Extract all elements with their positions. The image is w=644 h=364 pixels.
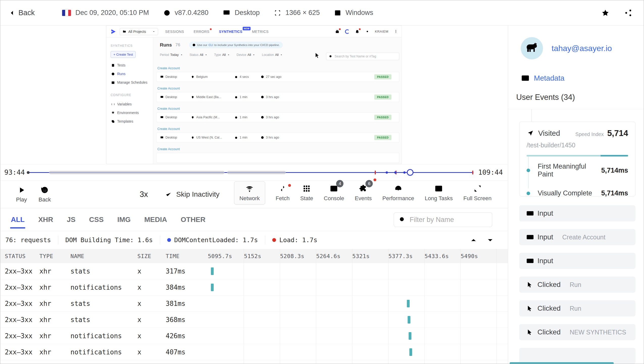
- share-button[interactable]: [624, 9, 633, 17]
- events-count-badge: 6: [365, 180, 373, 187]
- run-row[interactable]: Desktop Belgium 4 secs 27 sec ago PASSED: [156, 72, 399, 82]
- chevron-down-button[interactable]: [486, 236, 494, 244]
- timeline-start-dot: [27, 171, 30, 174]
- back-10s-button[interactable]: 10 Back: [33, 186, 56, 203]
- long-tasks-icon: [434, 184, 443, 193]
- test-name-link[interactable]: Create Account: [157, 147, 180, 151]
- test-name-link[interactable]: Create Account: [157, 86, 180, 90]
- network-request-row[interactable]: 2xx–3xx xhr stats x 381ms: [0, 295, 508, 312]
- network-request-row[interactable]: 2xx–3xx xhr stats x 368ms: [0, 312, 508, 328]
- resource-tab[interactable]: OTHER: [181, 216, 206, 224]
- project-selector[interactable]: All Projects: [120, 28, 158, 35]
- filter-value: All: [275, 53, 279, 57]
- network-request-row[interactable]: 2xx–3xx xhr notifications x 384ms: [0, 279, 508, 295]
- console-panel-button[interactable]: 4 Console: [324, 184, 344, 202]
- user-event-row-partial[interactable]: [519, 348, 635, 364]
- full-screen-button[interactable]: Full Screen: [463, 184, 491, 202]
- kebab-menu-icon[interactable]: [394, 29, 398, 34]
- resource-tab[interactable]: ALL: [11, 216, 24, 224]
- user-email[interactable]: tahay@asayer.io: [552, 44, 612, 53]
- resource-tab[interactable]: CSS: [89, 216, 104, 224]
- resource-tab[interactable]: JS: [67, 216, 76, 224]
- app-sidebar-item[interactable]: Environments: [111, 108, 150, 117]
- event-marker[interactable]: [403, 171, 406, 174]
- sidebar-item-label: Environments: [117, 111, 139, 115]
- user-event-row[interactable]: Input: [519, 253, 635, 269]
- app-nav-item[interactable]: SESSIONS: [165, 30, 184, 34]
- long-tasks-panel-button[interactable]: Long Tasks: [425, 184, 453, 202]
- back-label: Back: [18, 9, 35, 17]
- run-filter-dropdown[interactable]: Period Today: [160, 53, 183, 57]
- cli-link[interactable]: CLI: [209, 43, 213, 47]
- network-request-row[interactable]: 2xx–3xx xhr notifications x 407ms: [0, 344, 508, 360]
- run-filter-dropdown[interactable]: Status All: [190, 53, 208, 57]
- app-sidebar-item[interactable]: Runs: [111, 70, 150, 78]
- run-row[interactable]: Desktop Asia Pacific (M... 1 min 3 hrs a…: [156, 112, 399, 122]
- banner-text: to include your Synthetics into your CI/…: [214, 43, 280, 47]
- settings-gear-icon[interactable]: [365, 29, 370, 34]
- app-nav-item[interactable]: SYNTHETICS NEW: [219, 30, 242, 34]
- user-event-row[interactable]: Clicked NEW SYNTHETICS: [519, 324, 635, 340]
- test-name-link[interactable]: Create Account: [157, 127, 180, 131]
- scroll-indicator[interactable]: [510, 362, 614, 364]
- app-sidebar-item[interactable]: Variables: [111, 100, 150, 108]
- network-summary-bar: 76: requests DOM Building Time: 1.6s DOM…: [0, 231, 508, 249]
- test-name-link[interactable]: Create Account: [157, 107, 180, 110]
- event-marker[interactable]: [394, 171, 397, 174]
- close-panel-button[interactable]: [498, 216, 505, 223]
- waterfall-lane: [208, 295, 507, 311]
- run-filter-dropdown[interactable]: Type All: [214, 53, 230, 57]
- resource-tab[interactable]: IMG: [117, 216, 131, 224]
- app-nav-item[interactable]: METRICS: [252, 30, 269, 34]
- search-icon: [399, 216, 406, 223]
- test-name-link[interactable]: Create Account: [157, 66, 180, 70]
- app-sidebar-item[interactable]: Manage Schedules: [111, 78, 150, 87]
- playhead-handle[interactable]: [407, 169, 413, 176]
- fetch-panel-button[interactable]: Fetch: [276, 184, 290, 202]
- back-button[interactable]: Back: [9, 9, 35, 17]
- performance-panel-button[interactable]: Performance: [382, 184, 414, 202]
- error-marker[interactable]: [472, 171, 473, 174]
- sidebar-section-configure: CONFIGURE: [111, 93, 150, 97]
- browser-icon: [163, 9, 171, 17]
- error-marker[interactable]: [375, 171, 376, 174]
- event-marker[interactable]: [386, 171, 388, 174]
- network-request-row[interactable]: 2xx–3xx xhr notifications x 426ms: [0, 328, 508, 344]
- red-dot: [339, 28, 341, 30]
- user-event-row[interactable]: Input Create Account: [519, 229, 635, 245]
- create-test-button[interactable]: + Create Test: [111, 51, 136, 58]
- network-request-row[interactable]: 2xx–3xx xhr stats x 317ms: [0, 263, 508, 279]
- app-user-menu[interactable]: KRAIEM: [375, 30, 388, 33]
- network-panel-button[interactable]: Network: [234, 181, 265, 204]
- play-button[interactable]: Play: [10, 186, 33, 203]
- announcements-button[interactable]: [335, 29, 340, 34]
- events-panel-button[interactable]: 6 Events: [355, 184, 372, 202]
- pointer-icon: [526, 328, 537, 336]
- run-filter-dropdown[interactable]: Location All: [262, 53, 283, 57]
- chevron-up-button[interactable]: [470, 236, 477, 244]
- resource-tab[interactable]: MEDIA: [144, 216, 167, 224]
- run-row[interactable]: Desktop Middle East (Ba... 1 min 3 hrs a…: [156, 92, 399, 102]
- run-filter-dropdown[interactable]: Device All: [237, 53, 255, 57]
- visited-event-card[interactable]: Visited Speed Index 5,714 /test-builder/…: [519, 122, 635, 196]
- app-sidebar-item[interactable]: Templates: [111, 117, 150, 126]
- app-nav-item[interactable]: ERRORS: [194, 30, 209, 34]
- playback-speed-button[interactable]: 3x: [140, 190, 148, 199]
- user-event-row[interactable]: Input: [519, 205, 635, 221]
- filter-label: Status: [190, 53, 199, 57]
- timeline-track[interactable]: [28, 164, 475, 180]
- run-row[interactable]: Desktop US West (N. Cal... 1 min 3 hrs a…: [156, 132, 399, 143]
- resource-tab[interactable]: XHR: [38, 216, 53, 224]
- state-panel-button[interactable]: State: [300, 184, 313, 202]
- run-row[interactable]: [156, 153, 399, 163]
- favorite-star-button[interactable]: [601, 8, 610, 17]
- request-timing-bar: [407, 300, 410, 307]
- skip-inactivity-toggle[interactable]: Skip Inactivity: [165, 190, 219, 198]
- test-search-input[interactable]: Search by Test Name or #Tag: [326, 53, 399, 60]
- user-event-row[interactable]: Clicked Run: [519, 277, 635, 293]
- app-sidebar-item[interactable]: Tests: [111, 61, 150, 70]
- metadata-button[interactable]: Metadata: [521, 74, 564, 83]
- filter-by-name-input[interactable]: [410, 216, 487, 224]
- user-event-row[interactable]: Clicked Run: [519, 300, 635, 316]
- alerts-button[interactable]: [355, 29, 360, 34]
